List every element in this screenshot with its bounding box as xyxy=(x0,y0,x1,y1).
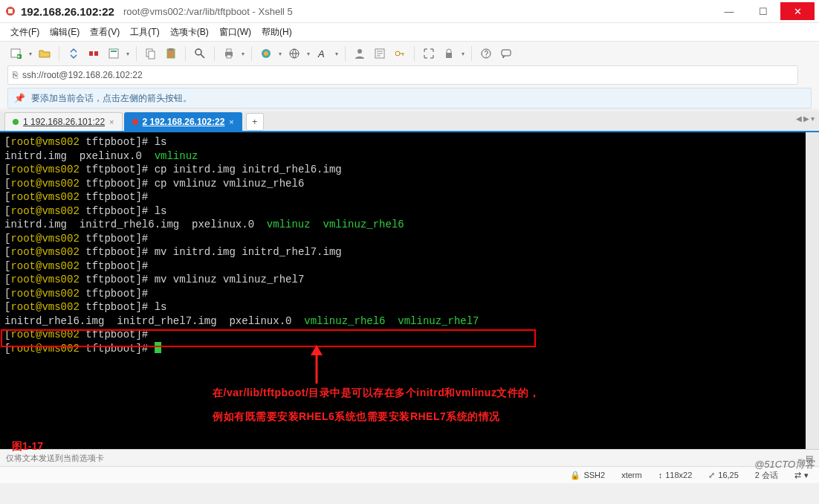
status-bar: 🔒SSH2 xterm ↕118x22 ⤢16,25 2 会话 ⇄▾ xyxy=(0,466,819,483)
svg-rect-14 xyxy=(227,49,231,52)
key-icon[interactable] xyxy=(391,45,409,62)
tab-nav-menu-icon[interactable]: ▾ xyxy=(811,114,815,123)
lock-dropdown[interactable]: ▾ xyxy=(460,51,466,57)
tab-close-icon[interactable]: × xyxy=(109,117,114,126)
properties-dropdown[interactable]: ▾ xyxy=(125,51,131,57)
menu-file[interactable]: 文件(F) xyxy=(10,26,39,39)
session-tab-2[interactable]: 2 192.168.26.102:22 × xyxy=(124,112,242,131)
status-cursor-pos: 16,25 xyxy=(718,471,739,479)
address-bar[interactable]: ⎘ ssh://root@192.168.26.102:22 xyxy=(7,65,798,85)
disconnect-icon[interactable] xyxy=(85,45,103,62)
svg-rect-7 xyxy=(111,51,117,52)
new-session-dropdown[interactable]: ▾ xyxy=(27,51,33,57)
tab-nav-left-icon[interactable]: ◀ xyxy=(796,114,802,123)
close-button[interactable]: ✕ xyxy=(780,2,815,20)
send-placeholder: 仅将文本发送到当前选项卡 xyxy=(6,453,104,464)
menu-window[interactable]: 窗口(W) xyxy=(219,26,251,39)
svg-text:?: ? xyxy=(485,50,489,58)
print-icon[interactable] xyxy=(220,45,238,62)
fullscreen-icon[interactable] xyxy=(420,45,438,62)
svg-rect-23 xyxy=(446,53,452,58)
svg-point-22 xyxy=(395,51,400,56)
status-dot-icon xyxy=(13,119,19,125)
chat-icon[interactable] xyxy=(497,45,515,62)
svg-text:A: A xyxy=(317,48,325,59)
info-bar: 📌 要添加当前会话，点击左侧的箭头按钮。 xyxy=(7,88,812,109)
watermark-text: @51CTO博客 xyxy=(754,458,815,471)
new-session-icon[interactable] xyxy=(7,45,25,62)
properties-icon[interactable] xyxy=(105,45,123,62)
open-icon[interactable] xyxy=(36,45,54,62)
info-text: 要添加当前会话，点击左侧的箭头按钮。 xyxy=(31,92,192,105)
tab-strip: 1 192.168.26.101:22 × 2 192.168.26.102:2… xyxy=(0,112,819,132)
minimize-button[interactable]: — xyxy=(712,3,746,19)
menu-edit[interactable]: 编辑(E) xyxy=(50,26,80,39)
print-dropdown[interactable]: ▾ xyxy=(240,51,246,57)
info-add-icon[interactable]: 📌 xyxy=(14,93,25,103)
status-size: 118x22 xyxy=(665,471,692,479)
svg-point-20 xyxy=(357,49,362,54)
status-pos-icon: ⤢ xyxy=(708,471,715,480)
send-bar[interactable]: 仅将文本发送到当前选项卡 ⌄ ▤ xyxy=(0,449,819,466)
svg-rect-9 xyxy=(149,51,155,59)
annotation-text-2: 例如有既需要安装RHEL6系统也需要安装RHEL7系统的情况 xyxy=(213,410,500,424)
color-icon[interactable] xyxy=(257,45,275,62)
menu-tabs[interactable]: 选项卡(B) xyxy=(170,26,209,39)
status-proto-icon: 🔒 xyxy=(570,471,580,480)
svg-point-12 xyxy=(195,49,201,55)
color-dropdown[interactable]: ▾ xyxy=(277,51,283,57)
lock-icon[interactable] xyxy=(440,45,458,62)
tab-nav-right-icon[interactable]: ▶ xyxy=(803,114,809,123)
address-prefix-icon: ⎘ xyxy=(13,70,18,80)
svg-rect-1 xyxy=(8,9,13,13)
svg-point-17 xyxy=(264,51,268,56)
window-title-ip: 192.168.26.102:22 xyxy=(21,5,114,18)
svg-rect-5 xyxy=(94,51,98,56)
new-tab-button[interactable]: + xyxy=(246,113,264,131)
main-toolbar: ▾ ▾ ▾ ▾ ▾ A ▾ ▾ ? xyxy=(0,42,819,65)
status-dot-icon xyxy=(132,119,138,125)
window-title-path: root@vms002:/var/lib/tftpboot - Xshell 5 xyxy=(123,6,293,17)
help-icon[interactable]: ? xyxy=(477,45,495,62)
terminal-scrollbar[interactable] xyxy=(807,134,818,282)
user-icon[interactable] xyxy=(351,45,369,62)
reconnect-icon[interactable] xyxy=(65,45,82,62)
menu-help[interactable]: 帮助(H) xyxy=(262,26,292,39)
terminal-output[interactable]: [root@vms002 tftpboot]# ls initrd.img px… xyxy=(0,132,819,449)
encoding-dropdown[interactable]: ▾ xyxy=(305,51,311,57)
status-term: xterm xyxy=(621,471,642,479)
session-tab-1[interactable]: 1 192.168.26.101:22 × xyxy=(4,112,123,131)
tab-label: 1 192.168.26.101:22 xyxy=(23,117,105,127)
svg-rect-6 xyxy=(109,49,118,58)
svg-rect-11 xyxy=(169,48,173,51)
annotation-text-1: 在/var/lib/tftpboot/目录中是可以存在多个initrd和vmli… xyxy=(213,387,540,400)
app-icon xyxy=(4,5,16,17)
svg-rect-26 xyxy=(502,50,511,56)
svg-rect-15 xyxy=(227,55,231,58)
paste-icon[interactable] xyxy=(162,45,180,62)
tab-close-icon[interactable]: × xyxy=(229,117,233,126)
status-size-icon: ↕ xyxy=(658,471,663,479)
script-icon[interactable] xyxy=(371,45,389,62)
menu-bar: 文件(F) 编辑(E) 查看(V) 工具(T) 选项卡(B) 窗口(W) 帮助(… xyxy=(0,22,819,41)
encoding-icon[interactable] xyxy=(285,45,303,62)
font-icon[interactable]: A xyxy=(314,45,331,62)
figure-label: 图1-17 xyxy=(12,440,43,453)
status-connect-icon: ⇄ xyxy=(794,471,801,480)
toolbar-area: ▾ ▾ ▾ ▾ ▾ A ▾ ▾ ? ⎘ ssh://root@19 xyxy=(0,41,819,109)
status-protocol: SSH2 xyxy=(583,471,605,479)
copy-icon[interactable] xyxy=(142,45,160,62)
svg-rect-4 xyxy=(89,51,93,56)
menu-tools[interactable]: 工具(T) xyxy=(130,26,159,39)
menu-view[interactable]: 查看(V) xyxy=(90,26,120,39)
tab-label: 2 192.168.26.102:22 xyxy=(143,117,225,127)
font-dropdown[interactable]: ▾ xyxy=(334,51,340,57)
status-activity-icon: ▾ xyxy=(804,471,809,480)
maximize-button[interactable]: ☐ xyxy=(746,3,780,19)
address-text: ssh://root@192.168.26.102:22 xyxy=(22,70,143,80)
find-icon[interactable] xyxy=(191,45,209,62)
title-bar: 192.168.26.102:22 root@vms002:/var/lib/t… xyxy=(0,0,819,22)
